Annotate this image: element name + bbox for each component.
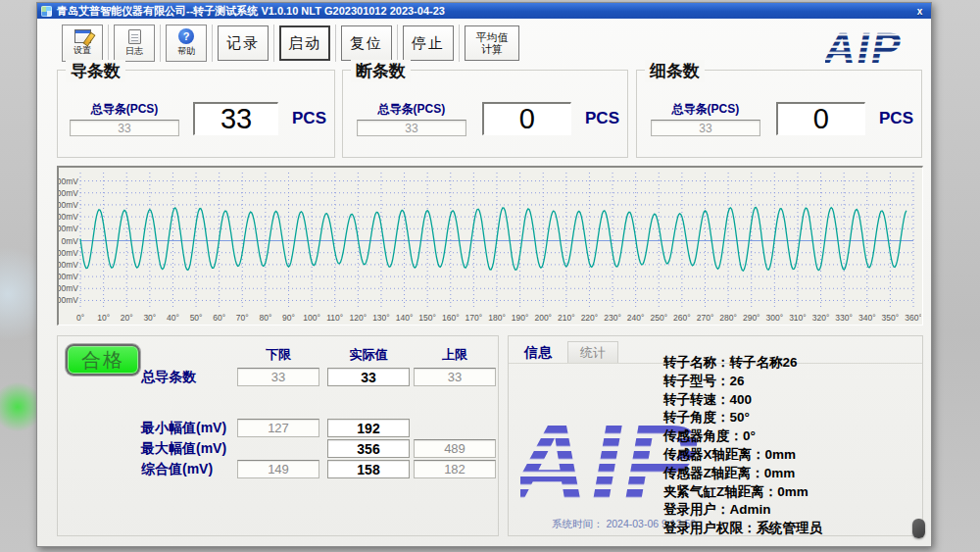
svg-text:300°: 300°	[766, 313, 784, 323]
svg-text:300mV: 300mV	[59, 272, 78, 281]
svg-text:250°: 250°	[650, 313, 667, 323]
column-header: 上限	[414, 346, 496, 364]
total-bars-label: 总导条(PCS)	[91, 101, 159, 118]
upper-value-box: 182	[414, 460, 496, 478]
svg-text:320°: 320°	[812, 313, 830, 323]
svg-text:130°: 130°	[372, 313, 390, 323]
actual-value-box[interactable]: 192	[327, 419, 410, 437]
actual-value-box[interactable]: 33	[327, 368, 410, 386]
counter-group-1: 导条数总导条(PCS)3333PCS	[57, 70, 335, 158]
lower-value-box: 33	[237, 368, 319, 386]
toolbar-button-label: 启动	[288, 34, 321, 53]
settings-button[interactable]: 设置	[62, 25, 103, 62]
svg-text:230°: 230°	[604, 313, 621, 323]
svg-text:20°: 20°	[121, 313, 133, 323]
actual-value-box[interactable]: 356	[327, 439, 410, 458]
upper-value-box: 33	[414, 368, 496, 386]
total-bars-label: 总导条(PCS)	[672, 101, 740, 118]
svg-text:240°: 240°	[627, 313, 645, 323]
toolbar-button-4[interactable]: 停止	[403, 25, 454, 61]
info-line: 登录用户权限：系统管理员	[663, 520, 822, 537]
info-line: 转子转速：400	[663, 391, 752, 409]
log-button[interactable]: 日志	[114, 25, 155, 62]
toolbar-button-label: 计算	[481, 43, 503, 55]
info-line: 转子名称：转子名称26	[663, 354, 798, 372]
group-title: 断条数	[351, 60, 411, 82]
svg-text:190°: 190°	[512, 313, 529, 323]
svg-text:40°: 40°	[167, 313, 179, 323]
svg-text:90°: 90°	[282, 313, 295, 323]
toolbar-divider	[108, 25, 109, 62]
column-header: 下限	[237, 346, 319, 364]
row-label: 综合值(mV)	[141, 461, 213, 478]
svg-text:280°: 280°	[719, 313, 737, 323]
info-line: 转子角度：50°	[663, 409, 750, 427]
actual-value-box[interactable]: 158	[327, 460, 410, 478]
svg-text:260°: 260°	[673, 313, 691, 323]
group-title: 导条数	[66, 60, 125, 82]
svg-text:0mV: 0mV	[62, 236, 79, 246]
row-label: 总导条数	[141, 369, 196, 386]
svg-text:310°: 310°	[789, 313, 807, 323]
app-window: 青岛艾普智能仪器有限公司--转子测试系统 V1.0.10 NLT G202301…	[36, 2, 932, 547]
count-display: 0	[482, 102, 571, 135]
svg-text:220°: 220°	[581, 313, 599, 323]
svg-text:400mV: 400mV	[59, 188, 78, 198]
tab-idle[interactable]: 统计	[567, 341, 618, 364]
app-icon	[41, 6, 52, 17]
svg-text:110°: 110°	[326, 313, 343, 323]
info-line: 传感器Z轴距离：0mm	[663, 465, 795, 482]
svg-text:160°: 160°	[442, 313, 460, 323]
aip-logo: AIP	[825, 24, 923, 69]
svg-text:100°: 100°	[303, 313, 320, 323]
close-button[interactable]: x	[912, 5, 927, 17]
toolbar-button-label: 复位	[350, 34, 383, 53]
column-header: 实际值	[327, 346, 410, 364]
info-line: 传感器X轴距离：0mm	[663, 446, 796, 464]
pass-status-button[interactable]: 合格	[66, 344, 140, 376]
svg-text:120°: 120°	[350, 313, 368, 323]
svg-text:200°: 200°	[534, 313, 552, 323]
toolbar-button-1[interactable]: 记录	[218, 25, 269, 61]
total-bars-input[interactable]: 33	[357, 120, 466, 136]
toolbar-button-label: 帮助	[177, 45, 195, 58]
count-display: 33	[193, 102, 278, 135]
unit-label: PCS	[879, 109, 913, 128]
resize-grip[interactable]	[912, 519, 925, 538]
title-bar[interactable]: 青岛艾普智能仪器有限公司--转子测试系统 V1.0.10 NLT G202301…	[37, 3, 931, 19]
info-line: 传感器角度：0°	[663, 427, 756, 445]
waveform-svg: 500mV400mV300mV200mV100mV0mV100mV200mV30…	[59, 168, 921, 325]
total-bars-input[interactable]: 33	[651, 120, 760, 136]
svg-text:100mV: 100mV	[59, 224, 78, 233]
tab-active[interactable]: 信息	[518, 342, 558, 364]
svg-text:60°: 60°	[213, 313, 225, 323]
toolbar-button-2[interactable]: 启动	[279, 25, 330, 61]
toolbar-button-3[interactable]: 复位	[341, 25, 392, 61]
aip-logo-svg: AIP	[825, 24, 933, 69]
row-label: 最大幅值(mV)	[141, 440, 226, 458]
total-bars-input[interactable]: 33	[70, 120, 179, 136]
svg-text:290°: 290°	[743, 313, 760, 323]
row-label: 最小幅值(mV)	[141, 420, 226, 437]
toolbar-button-label: 记录	[226, 34, 260, 53]
svg-text:10°: 10°	[97, 313, 110, 323]
waveform-chart: 500mV400mV300mV200mV100mV0mV100mV200mV30…	[57, 166, 923, 326]
info-line: 夹紧气缸Z轴距离：0mm	[663, 483, 808, 501]
info-panel: 信息统计 AIP 系统时间： 2024-03-06 9:12:50 转子名称：转…	[508, 335, 923, 536]
help-button[interactable]: ?帮助	[166, 25, 207, 62]
unit-label: PCS	[585, 109, 619, 128]
window-title: 青岛艾普智能仪器有限公司--转子测试系统 V1.0.10 NLT G202301…	[57, 4, 445, 19]
toolbar-divider	[459, 25, 460, 62]
toolbar-divider	[273, 25, 274, 62]
toolbar-divider	[212, 25, 213, 62]
svg-text:200mV: 200mV	[59, 260, 78, 270]
lower-value-box: 127	[237, 419, 319, 437]
svg-text:500mV: 500mV	[59, 295, 78, 305]
toolbar-button-5[interactable]: 平均值计算	[465, 25, 519, 61]
svg-text:70°: 70°	[236, 313, 249, 323]
system-time-label: 系统时间：	[552, 518, 604, 529]
svg-text:180°: 180°	[488, 313, 506, 323]
count-display: 0	[776, 102, 865, 135]
svg-text:360°: 360°	[905, 313, 921, 323]
svg-text:500mV: 500mV	[59, 176, 78, 186]
